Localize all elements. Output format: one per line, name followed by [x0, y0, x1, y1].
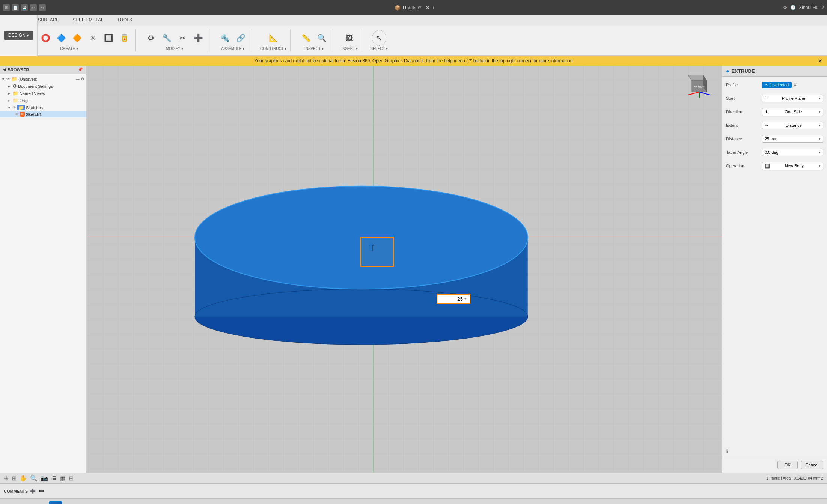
status-profile-info: 1 Profile | Area : 3.142E+04 mm^2 [766, 476, 823, 480]
extent-select[interactable]: ↔ Distance ▾ [762, 122, 823, 129]
panel-row-direction: Direction ⬆ One Side ▾ [726, 107, 823, 117]
panel-footer: OK Cancel [722, 457, 827, 473]
sync-icon[interactable]: ⟳ [783, 5, 787, 10]
file-icon[interactable]: 📄 [12, 4, 19, 11]
eye-icon-sketch1[interactable]: 👁 [15, 112, 19, 116]
redo-icon[interactable]: ↪ [39, 4, 46, 11]
pan-tool[interactable]: ✋ [20, 475, 27, 482]
comments-bar: COMMENTS ➕ ⟺ [0, 483, 827, 498]
settings-icon-root[interactable]: ⚙ [81, 77, 84, 81]
title-close-btn[interactable]: ✕ [426, 5, 430, 11]
viewport-grid [88, 66, 722, 473]
insert-icon1[interactable]: 🖼 [342, 30, 357, 46]
cylinder-btn[interactable]: 🥫 [117, 30, 131, 46]
construct-group-label[interactable]: CONSTRUCT ▾ [260, 47, 286, 51]
comments-add-icon[interactable]: ➕ [30, 489, 36, 494]
sketch-icon-sketch1: ✏ [20, 112, 25, 117]
distance-input-field[interactable] [440, 296, 463, 302]
grid-tool[interactable]: ⊞ [12, 475, 17, 482]
design-button[interactable]: DESIGN ▾ [0, 15, 38, 56]
tree-item-origin[interactable]: ▶ 📁 Origin [0, 97, 86, 104]
modify-icon4[interactable]: ➕ [191, 30, 205, 46]
undo-icon[interactable]: ↩ [30, 4, 37, 11]
view-display-tool[interactable]: 🖥 [51, 475, 57, 482]
grid-display-tool[interactable]: ▦ [60, 475, 66, 482]
select-group-label[interactable]: SELECT ▾ [370, 47, 388, 51]
status-bar-right: 1 Profile | Area : 3.142E+04 mm^2 [766, 476, 823, 480]
browser-collapse-icon[interactable]: ◀ [3, 67, 6, 72]
shape-btn[interactable]: ✳ [86, 30, 100, 46]
ok-button[interactable]: OK [777, 461, 798, 469]
assemble-group-label[interactable]: ASSEMBLE ▾ [221, 47, 244, 51]
design-label[interactable]: DESIGN ▾ [4, 31, 33, 40]
start-select[interactable]: ⊢ Profile Plane ▾ [762, 95, 823, 102]
modify-icon2[interactable]: 🔧 [160, 30, 174, 46]
inspect-group-label[interactable]: INSPECT ▾ [304, 47, 324, 51]
tab-tools[interactable]: TOOLS [110, 15, 139, 26]
help-icon[interactable]: ? [821, 5, 824, 10]
taper-value: 0.0 deg [765, 150, 779, 155]
taper-input[interactable]: 0.0 deg ▾ [762, 149, 823, 156]
tab-sheetmetal[interactable]: SHEET METAL [66, 15, 110, 26]
operation-select[interactable]: 🔲 New Body ▾ [762, 162, 823, 170]
svg-text:FRONT: FRONT [694, 86, 704, 89]
modify-icon1[interactable]: ⚙ [144, 30, 158, 46]
construct-icon1[interactable]: 📐 [266, 30, 280, 46]
ribbon-group-select: ↖ SELECT ▾ [366, 29, 392, 51]
tree-item-namedviews[interactable]: ▶ 📁 Named Views [0, 90, 86, 97]
ui-tool[interactable]: ⊟ [69, 475, 74, 482]
comments-resize-handle[interactable]: ⟺ [39, 489, 45, 493]
operation-icon: 🔲 [765, 164, 770, 169]
tree-item-root[interactable]: ▼ 👁 📁 (Unsaved) ⚙ [0, 75, 86, 83]
cancel-button[interactable]: Cancel [801, 461, 823, 469]
profile-selected-badge[interactable]: ↖ 1 selected [762, 82, 792, 88]
profile-selected-text: 1 selected [770, 83, 789, 87]
zoom-tool[interactable]: 🔍 [30, 475, 38, 482]
start-value: Profile Plane [782, 96, 805, 101]
assemble-icon2[interactable]: 🔗 [233, 30, 248, 46]
browser-pin-icon[interactable]: 📌 [78, 67, 83, 72]
sweep-btn[interactable]: 🔷 [54, 30, 68, 46]
inspect-icon1[interactable]: 📏 [299, 30, 313, 46]
eye-icon-root[interactable]: 👁 [6, 77, 10, 81]
revolve-btn[interactable]: ⭕ [38, 30, 53, 46]
title-bar: ⊞ 📄 💾 ↩ ↪ 📦 Untitled* ✕ + ⟳ 🕐 Xinhui Hu … [0, 0, 827, 15]
tree-item-docsettings[interactable]: ▶ ⚙ Document Settings [0, 83, 86, 90]
snap-tool[interactable]: ⊕ [4, 475, 9, 482]
modify-group-label[interactable]: MODIFY ▾ [166, 47, 183, 51]
dropdown-arrow-input[interactable]: ▾ [464, 296, 467, 301]
gizmo-cube-container[interactable]: FRONT [684, 69, 714, 99]
svg-line-11 [699, 92, 710, 95]
timeline-thumbnail[interactable] [49, 501, 62, 504]
distance-value: 25 mm [765, 137, 777, 141]
inspect-icon2[interactable]: 🔍 [315, 30, 329, 46]
direction-label: Direction [726, 110, 760, 114]
select-icon1[interactable]: ↖ [372, 30, 386, 46]
direction-select[interactable]: ⬆ One Side ▾ [762, 108, 823, 116]
insert-group-label[interactable]: INSERT ▾ [341, 47, 358, 51]
gizmo-svg: FRONT [684, 69, 714, 99]
status-bar: ⊕ ⊞ ✋ 🔍 📷 🖥 ▦ ⊟ 1 Profile | Area : 3.142… [0, 473, 827, 483]
assemble-icon1[interactable]: 🔩 [218, 30, 232, 46]
viewport-distance-input[interactable]: ▾ [437, 294, 470, 304]
notification-close[interactable]: ✕ [818, 58, 822, 64]
modify-icon3[interactable]: ✂ [175, 30, 190, 46]
camera-tool[interactable]: 📷 [41, 475, 48, 482]
box-btn[interactable]: 🔲 [101, 30, 116, 46]
create-group-label[interactable]: CREATE ▾ [60, 47, 78, 51]
eye-icon-sketches[interactable]: 👁 [12, 105, 16, 110]
panel-info-icon[interactable]: ℹ [726, 448, 728, 454]
direction-dropdown-arrow: ▾ [819, 110, 821, 114]
profile-clear-btn[interactable]: ✕ [793, 82, 797, 87]
clock-icon[interactable]: 🕐 [790, 5, 796, 10]
tree-item-sketches[interactable]: ▼ 👁 📁 Sketches [0, 104, 86, 111]
app-grid-icon[interactable]: ⊞ [3, 4, 10, 11]
loft-btn[interactable]: 🔶 [70, 30, 84, 46]
extrude-selection-box[interactable] [360, 237, 394, 267]
viewport[interactable]: ⬆ ▾ FRONT [88, 66, 722, 473]
distance-input[interactable]: 25 mm ▾ [762, 135, 823, 143]
new-tab-icon[interactable]: + [432, 5, 435, 11]
tree-item-sketch1[interactable]: 👁 ✏ Sketch1 [0, 111, 86, 117]
save-icon[interactable]: 💾 [21, 4, 28, 11]
panel-header-icon: ● [726, 68, 729, 74]
